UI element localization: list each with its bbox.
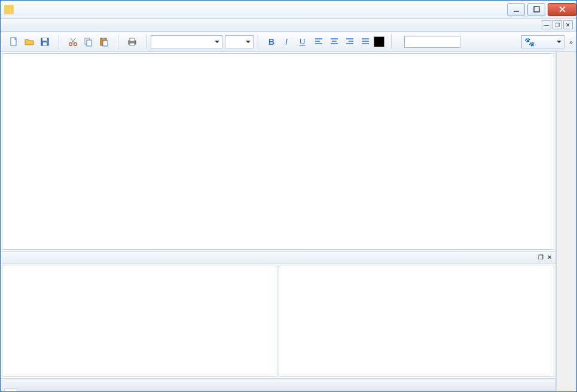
search-engine-select[interactable]: 🐾 (521, 35, 564, 48)
side-panel (556, 52, 576, 391)
cut-button[interactable] (66, 35, 80, 49)
italic-button[interactable]: I (280, 35, 295, 49)
dock-tab-template[interactable] (4, 388, 17, 391)
underline-button[interactable]: U (296, 35, 310, 49)
align-right-button[interactable] (343, 35, 357, 49)
svg-rect-16 (103, 41, 108, 46)
svg-rect-6 (42, 38, 47, 41)
dock-close-button[interactable]: ✕ (547, 254, 552, 261)
chevron-down-icon (557, 41, 561, 43)
new-file-button[interactable] (7, 35, 21, 49)
svg-rect-18 (130, 38, 135, 41)
dock-header: ❐ ✕ (1, 252, 555, 264)
align-center-button[interactable] (327, 35, 341, 49)
save-button[interactable] (38, 35, 52, 49)
svg-point-8 (69, 42, 72, 45)
list-pane[interactable] (279, 265, 554, 377)
mdi-restore-button[interactable]: ❐ (552, 20, 562, 29)
svg-point-9 (74, 42, 77, 45)
dictionary-input[interactable] (404, 36, 460, 48)
app-icon (4, 5, 14, 14)
svg-rect-1 (534, 7, 539, 12)
editor-textarea[interactable] (2, 54, 554, 249)
mdi-minimize-button[interactable]: — (542, 20, 551, 29)
font-color-button[interactable] (374, 36, 384, 47)
title-bar (1, 1, 576, 19)
editor-area[interactable] (2, 53, 554, 250)
align-left-button[interactable] (312, 35, 326, 49)
chevron-down-icon (246, 41, 251, 43)
close-button[interactable] (548, 3, 576, 16)
minimize-button[interactable] (507, 3, 525, 16)
bold-button[interactable]: B (265, 35, 279, 49)
svg-rect-19 (130, 43, 135, 45)
toolbar-more-icon[interactable]: » (569, 38, 573, 45)
svg-text:U: U (300, 37, 305, 46)
svg-text:I: I (285, 37, 288, 47)
open-file-button[interactable] (22, 35, 36, 49)
mdi-close-button[interactable]: ✕ (563, 20, 573, 29)
dock-panel: ❐ ✕ (1, 251, 555, 391)
font-size-select[interactable] (225, 35, 254, 48)
toolbar: B I U 🐾 » (1, 32, 576, 52)
copy-button[interactable] (81, 35, 96, 49)
font-select[interactable] (151, 35, 222, 48)
paste-button[interactable] (97, 35, 111, 49)
svg-text:B: B (268, 37, 274, 47)
align-justify-button[interactable] (358, 35, 373, 49)
paw-icon: 🐾 (524, 37, 535, 47)
svg-rect-13 (87, 40, 91, 46)
print-button[interactable] (125, 35, 139, 49)
menu-bar: — ❐ ✕ (1, 19, 576, 32)
svg-rect-15 (102, 38, 105, 39)
svg-rect-7 (43, 42, 47, 45)
dock-float-button[interactable]: ❐ (538, 254, 544, 261)
chevron-down-icon (215, 41, 219, 43)
maximize-button[interactable] (527, 3, 545, 16)
tree-pane[interactable] (2, 265, 277, 377)
